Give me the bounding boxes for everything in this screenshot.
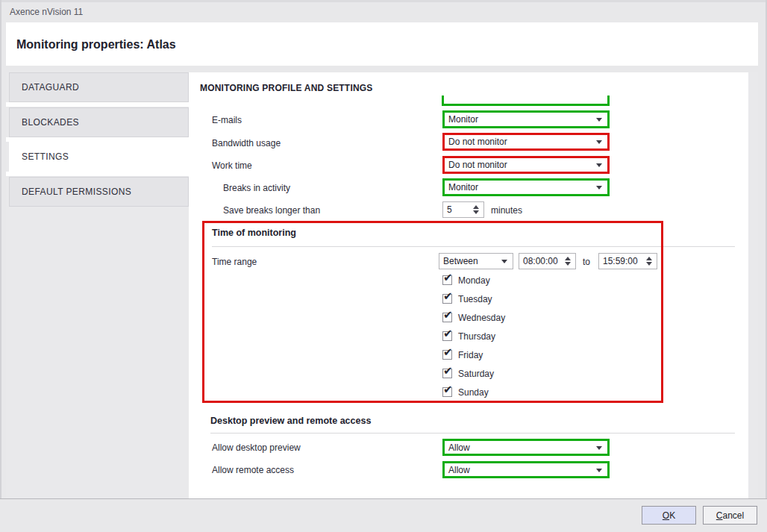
chevron-down-icon <box>596 446 602 450</box>
spinner-value: 5 <box>447 204 452 215</box>
checkbox-friday[interactable]: ✔ <box>442 350 452 360</box>
day-label-tuesday: Tuesday <box>458 294 492 304</box>
day-label-monday: Monday <box>458 275 490 286</box>
chevron-down-icon <box>501 260 507 263</box>
chevron-down-icon <box>596 140 602 144</box>
checkmark-icon: ✔ <box>443 346 453 357</box>
dropdown-value: Monitor <box>448 182 478 193</box>
desktop-preview-dropdown[interactable]: Allow <box>442 439 610 456</box>
checkmark-icon: ✔ <box>443 290 453 301</box>
checkbox-thursday[interactable]: ✔ <box>442 331 452 341</box>
dialog-title: Monitoring properties: Atlas <box>16 38 176 51</box>
end-time-spinner[interactable]: 15:59:00 <box>598 253 657 269</box>
sidebar-item-dataguard[interactable]: DATAGUARD <box>9 72 189 102</box>
window-title: Axence nVision 11 <box>10 7 83 17</box>
window-titlebar <box>0 0 767 22</box>
chevron-down-icon <box>596 163 602 167</box>
spinner-arrows-icon[interactable] <box>473 205 480 214</box>
spinner-arrows-icon[interactable] <box>565 257 572 266</box>
dropdown-value: Do not monitor <box>448 137 507 147</box>
dropdown-value: Do not monitor <box>448 160 507 170</box>
save-breaks-spinner[interactable]: 5 <box>442 201 484 218</box>
remote-access-dropdown[interactable]: Allow <box>442 461 610 478</box>
checkbox-sunday[interactable]: ✔ <box>442 387 452 397</box>
field-label-breaks: Breaks in activity <box>223 183 290 193</box>
window-edge-left <box>0 0 1 532</box>
sidebar-item-blockades[interactable]: BLOCKADES <box>9 107 189 137</box>
worktime-dropdown[interactable]: Do not monitor <box>442 156 610 174</box>
sidebar-gap <box>6 172 189 176</box>
emails-dropdown[interactable]: Monitor <box>442 110 610 128</box>
field-label-remote-access: Allow remote access <box>212 465 294 475</box>
checkbox-saturday[interactable]: ✔ <box>442 369 452 378</box>
sidebar-item-default-permissions[interactable]: DEFAULT PERMISSIONS <box>9 177 189 207</box>
checkmark-icon: ✔ <box>443 384 453 395</box>
day-label-saturday: Saturday <box>458 369 494 379</box>
section-title-time: Time of monitoring <box>212 228 296 238</box>
bandwidth-dropdown[interactable]: Do not monitor <box>442 133 610 151</box>
scrollbar-gutter[interactable] <box>748 72 758 498</box>
section-title-desktop: Desktop preview and remote access <box>210 416 371 426</box>
sidebar-item-label: DATAGUARD <box>22 82 79 93</box>
day-label-friday: Friday <box>458 350 483 360</box>
chevron-down-icon <box>596 469 602 472</box>
section-divider <box>210 433 735 434</box>
cancel-button[interactable]: Cancel <box>703 506 757 525</box>
checkbox-wednesday[interactable]: ✔ <box>442 313 452 322</box>
breaks-dropdown[interactable]: Monitor <box>442 178 610 196</box>
ok-button[interactable]: OK <box>642 506 696 525</box>
sidebar-item-label: BLOCKADES <box>22 117 79 128</box>
checkbox-monday[interactable]: ✔ <box>442 275 452 285</box>
day-label-thursday: Thursday <box>458 331 495 342</box>
checkmark-icon: ✔ <box>443 328 453 339</box>
checkmark-icon: ✔ <box>443 365 453 376</box>
sidebar-item-label: SETTINGS <box>22 151 69 162</box>
checkmark-icon: ✔ <box>443 309 453 320</box>
field-label-emails: E-mails <box>212 115 242 125</box>
checkmark-icon: ✔ <box>443 272 453 283</box>
field-label-worktime: Work time <box>212 160 252 171</box>
dropdown-value: Allow <box>448 465 470 475</box>
to-label: to <box>583 257 590 267</box>
sidebar-item-label: DEFAULT PERMISSIONS <box>22 187 131 197</box>
section-divider <box>212 246 735 247</box>
app-window: Axence nVision 11 Monitoring properties:… <box>0 0 767 532</box>
dropdown-value: Allow <box>448 442 470 453</box>
field-label-bandwidth: Bandwidth usage <box>212 138 281 148</box>
checkbox-tuesday[interactable]: ✔ <box>442 294 452 304</box>
day-label-sunday: Sunday <box>458 387 489 398</box>
dropdown-value: Monitor <box>448 114 478 125</box>
spinner-value: 15:59:00 <box>603 256 638 266</box>
panel-header: MONITORING PROFILE AND SETTINGS <box>200 83 373 93</box>
sidebar-gap <box>6 102 189 107</box>
dropdown-value: Between <box>443 256 478 266</box>
minutes-label: minutes <box>491 205 522 216</box>
field-label-desktop-preview: Allow desktop preview <box>212 442 301 453</box>
field-label-save-breaks: Save breaks longer than <box>223 205 320 216</box>
chevron-down-icon <box>596 118 602 122</box>
time-range-label: Time range <box>212 257 257 267</box>
start-time-spinner[interactable]: 08:00:00 <box>519 253 576 269</box>
chevron-down-icon <box>596 186 602 190</box>
day-label-wednesday: Wednesday <box>458 313 505 323</box>
clipped-dropdown[interactable] <box>442 96 610 106</box>
sidebar-item-settings[interactable]: SETTINGS <box>9 142 192 172</box>
spinner-value: 08:00:00 <box>523 256 558 266</box>
spinner-arrows-icon[interactable] <box>646 257 653 266</box>
time-range-mode-dropdown[interactable]: Between <box>439 253 513 269</box>
